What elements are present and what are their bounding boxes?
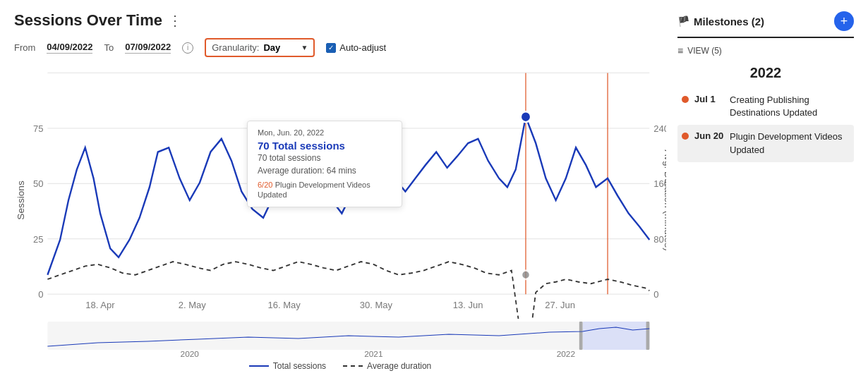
tooltip-milestone-text: Plugin Development Videos Updated (258, 181, 370, 199)
year-label: 2022 (677, 65, 854, 81)
filter-icon: ≡ (677, 45, 683, 56)
svg-text:30. May: 30. May (360, 300, 393, 310)
svg-text:0: 0 (653, 289, 658, 300)
svg-text:2022: 2022 (557, 350, 575, 358)
svg-rect-26 (583, 322, 650, 350)
milestone-dot-jun20 (682, 133, 689, 140)
tooltip-sessions-header: 70 Total sessions (258, 140, 392, 152)
svg-text:2020: 2020 (181, 350, 199, 358)
milestones-title: 🏴 Milestones (2) (677, 16, 764, 28)
tooltip-milestone-date: 6/20 (258, 181, 272, 189)
svg-text:16. May: 16. May (267, 300, 301, 310)
auto-adjust-checkbox[interactable]: ✓ (326, 43, 336, 53)
from-date[interactable]: 04/09/2022 (47, 42, 92, 54)
to-date[interactable]: 07/09/2022 (125, 42, 171, 54)
svg-text:27. Jun: 27. Jun (545, 300, 575, 310)
milestone-desc-jun20: Plugin Development Videos Updated (730, 130, 850, 156)
granularity-wrapper: Day Week Month ▼ (263, 42, 308, 53)
chart-legend: Total sessions Average duration (14, 361, 666, 371)
chart-tooltip: Mon, Jun. 20, 2022 70 Total sessions 70 … (247, 121, 402, 207)
legend-avg-label: Average duration (367, 361, 431, 371)
svg-rect-27 (579, 322, 583, 350)
tooltip-date: Mon, Jun. 20, 2022 (258, 128, 392, 137)
svg-text:240: 240 (653, 123, 666, 134)
tooltip-milestone: 6/20 Plugin Development Videos Updated (258, 180, 392, 200)
milestone-item-jun20[interactable]: Jun 20 Plugin Development Videos Updated (677, 125, 854, 161)
mini-chart-area[interactable]: 2020 2021 2022 (14, 322, 666, 358)
milestone-date-jun20: Jun 20 (694, 130, 724, 141)
svg-text:25: 25 (33, 233, 44, 244)
tooltip-avg-duration: Average duration: 64 mins (258, 166, 392, 176)
from-label: From (14, 42, 35, 53)
svg-point-23 (521, 111, 531, 122)
tooltip-total-sessions: 70 total sessions (258, 153, 392, 163)
milestone-date-jul1: Jul 1 (694, 94, 724, 104)
mini-chart-svg: 2020 2021 2022 (14, 322, 666, 358)
milestones-header: 🏴 Milestones (2) + (677, 11, 854, 38)
add-milestone-button[interactable]: + (834, 11, 854, 31)
svg-text:0: 0 (38, 289, 43, 300)
main-chart-area: 0 25 50 75 Sessions 0 80 160 240 Avg. Du… (14, 64, 666, 319)
view-filter-label: VIEW (5) (687, 46, 722, 56)
chart-section: Sessions Over Time ⋮ From 04/09/2022 To … (14, 11, 666, 371)
to-label: To (104, 42, 114, 53)
auto-adjust-label: Auto-adjust (339, 42, 386, 53)
milestone-item-jul1[interactable]: Jul 1 Creating Publishing Destinations U… (677, 88, 854, 125)
svg-rect-28 (646, 322, 650, 350)
legend-dashed-line (343, 365, 363, 367)
svg-text:Avg. Duration (minutes): Avg. Duration (minutes) (663, 150, 666, 251)
controls-row: From 04/09/2022 To 07/09/2022 i Granular… (14, 38, 666, 57)
svg-text:18. Apr: 18. Apr (85, 300, 115, 310)
dropdown-arrow-icon: ▼ (301, 44, 308, 51)
legend-solid-line (249, 365, 269, 367)
svg-text:75: 75 (33, 123, 44, 134)
legend-avg-duration: Average duration (343, 361, 431, 371)
svg-text:Sessions: Sessions (16, 181, 27, 220)
granularity-label: Granularity: (212, 42, 259, 53)
granularity-select[interactable]: Day Week Month (263, 42, 301, 53)
svg-text:2021: 2021 (364, 350, 382, 358)
more-menu-icon[interactable]: ⋮ (168, 12, 183, 29)
milestones-panel: 🏴 Milestones (2) + ≡ VIEW (5) 2022 Jul 1… (677, 11, 854, 371)
svg-text:50: 50 (33, 178, 44, 189)
legend-total-label: Total sessions (273, 361, 326, 371)
chart-title: Sessions Over Time (14, 11, 162, 30)
legend-total-sessions: Total sessions (249, 361, 326, 371)
auto-adjust-control[interactable]: ✓ Auto-adjust (326, 42, 386, 53)
svg-text:13. Jun: 13. Jun (453, 300, 483, 310)
info-icon[interactable]: i (182, 42, 193, 54)
milestone-dot (682, 96, 689, 103)
view-filter[interactable]: ≡ VIEW (5) (677, 45, 854, 56)
svg-text:2. May: 2. May (179, 300, 206, 310)
milestones-title-text: Milestones (2) (694, 16, 764, 28)
chart-header: Sessions Over Time ⋮ (14, 11, 666, 30)
granularity-control: Granularity: Day Week Month ▼ (205, 38, 315, 57)
svg-point-24 (522, 271, 530, 279)
flag-icon: 🏴 (677, 16, 689, 27)
milestone-desc-jul1: Creating Publishing Destinations Updated (730, 94, 850, 119)
